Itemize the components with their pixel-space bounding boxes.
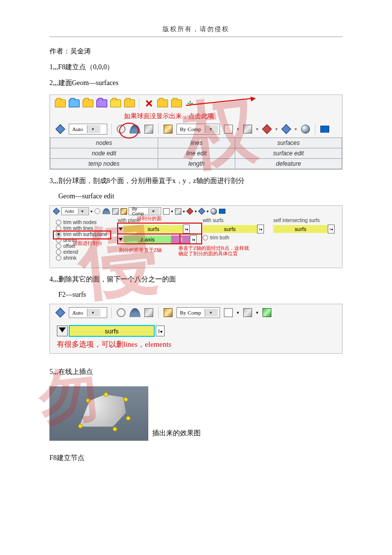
cell-temp-nodes[interactable]: temp nodes [50, 159, 158, 169]
folder-save-icon[interactable] [83, 98, 93, 109]
field-zaxis[interactable]: z-axis B [124, 235, 190, 243]
geom-actions-table: nodes lines surfaces node edit line edit… [50, 138, 342, 169]
export-icon[interactable] [124, 98, 135, 109]
screenshot-panel-3: Auto▼ By Comp▼ ▾ ▾ surfs I◂ 有很多选项，可以删lin… [49, 304, 343, 354]
folder-blue-icon[interactable] [69, 98, 80, 109]
step-3a: 3,,,剖分球面，剖成8个面，分别用垂直于x，y，z轴的面进行剖分 [49, 177, 343, 185]
sphere-icon[interactable] [300, 124, 311, 135]
delete-x-icon[interactable] [143, 98, 154, 109]
ring-icon[interactable] [116, 124, 127, 135]
cell-node-edit[interactable]: node edit [50, 148, 158, 159]
geom-icon[interactable] [55, 307, 66, 318]
ring-icon[interactable] [116, 307, 127, 318]
cube-gold-icon[interactable] [163, 124, 174, 135]
selector-toggle[interactable] [57, 325, 68, 336]
axes-icon[interactable]: ✢ [185, 98, 196, 109]
label-self-intersecting: self intersecting surfs [273, 218, 339, 223]
cube-icon[interactable] [143, 307, 154, 318]
cell-surface-edit[interactable]: surface edit [235, 148, 342, 159]
radio-trim-lines[interactable]: trim with lines [56, 226, 110, 231]
figure-5-caption: 插出来的效果图 [152, 429, 201, 438]
cube-green-icon[interactable] [261, 307, 272, 318]
ring-icon[interactable] [94, 208, 101, 215]
toolbar-row1: ✢ 如果球面没显示出来，点击此项 [50, 95, 342, 124]
auto-dropdown-2[interactable]: Auto▼ [61, 207, 89, 215]
step-4a: 4,,,删除其它的面，留下一个八分之一的面 [49, 275, 343, 284]
radio-trim-both[interactable] [203, 235, 208, 240]
screenshot-panel-2: Auto▼ ▾ By Comp▼ ▾ ▾ ▾ ▾ trim with nodes… [49, 205, 343, 268]
cell-length[interactable]: length [158, 159, 235, 169]
step-2: 2,,,建面Geom—surfaces [49, 79, 343, 88]
folder-batch1-icon[interactable] [157, 98, 168, 109]
cell-nodes[interactable]: nodes [50, 138, 158, 148]
label-trim-both: trim both [210, 235, 229, 240]
arc-surf-icon[interactable] [130, 124, 140, 135]
table-row: temp nodes length defeature [50, 159, 342, 169]
endcap-rewind-icon[interactable]: I◂ [257, 225, 264, 233]
bycomp-dropdown-2[interactable]: By Comp▼ [129, 207, 161, 215]
field-surfs-big[interactable]: surfs [70, 326, 154, 336]
folder-batch2-icon[interactable] [171, 98, 182, 109]
panel3-annotation: 有很多选项，可以删lines，elements [57, 340, 335, 349]
cell-lines[interactable]: lines [158, 138, 235, 148]
geom-icon[interactable] [53, 208, 60, 215]
step-1: 1,,,F8建立点（0,0,0） [49, 63, 343, 72]
anno-left: 用面进行剖分 [73, 240, 102, 246]
table-row: node edit line edit surface edit [50, 148, 342, 159]
arc-icon[interactable] [130, 307, 140, 318]
import-icon[interactable] [110, 98, 121, 109]
shade-cube-icon[interactable] [174, 208, 181, 215]
screenshot-panel-1: ✢ 如果球面没显示出来，点击此项 Auto▼ By Comp▼ ▾ [49, 94, 343, 170]
bycomp-dropdown[interactable]: By Comp▼ [176, 124, 220, 135]
figure-5 [49, 386, 148, 441]
wire-cube-icon[interactable] [163, 208, 170, 215]
cube-icon[interactable] [112, 208, 119, 215]
endcap-rewind-icon[interactable]: I◂ [183, 225, 190, 233]
shaded-cube-icon[interactable] [242, 124, 253, 135]
bycomp-dropdown-3[interactable]: By Comp▼ [176, 307, 220, 318]
anno-right: 垂直于Z轴的面经过B点，这样就确定了剖分的面的具体位置 [178, 245, 253, 256]
field-surfs[interactable]: surfs [124, 225, 183, 233]
radio-trim-nodes[interactable]: trim with nodes [56, 220, 110, 225]
arc-icon[interactable] [102, 208, 110, 215]
cube-gold-icon[interactable] [120, 208, 127, 215]
endcap-rewind-icon[interactable]: I◂ [156, 325, 165, 336]
endcap-rewind-icon[interactable]: I◂ [328, 225, 335, 233]
step-3b: Geom—surface edit [58, 192, 343, 200]
cell-surfaces[interactable]: surfaces [235, 138, 342, 148]
wireframe-cube-icon[interactable] [223, 124, 234, 135]
table-row: nodes lines surfaces [50, 138, 342, 148]
diamond-blue-icon[interactable] [198, 208, 205, 215]
anno-mid: 剖分的面垂直于Z轴 [119, 247, 162, 253]
folder-open-icon[interactable] [55, 98, 66, 109]
label-with-surfs: with surfs [203, 218, 268, 223]
wire-cube-icon[interactable] [223, 307, 234, 318]
diamond-red-icon[interactable] [186, 208, 193, 215]
cube-dark-icon[interactable] [143, 124, 154, 135]
panel1-annotation: 如果球面没显示出来，点击此项 [124, 112, 214, 121]
step-6: F8建立节点 [49, 454, 343, 462]
field-surfs-3[interactable]: surfs [273, 225, 328, 233]
auto-dropdown-3[interactable]: Auto▼ [69, 307, 107, 318]
endcap-rewind-icon[interactable]: I◂ [190, 235, 197, 244]
diamond-blue-icon[interactable] [281, 124, 292, 135]
radio-trim-surfs-plane[interactable]: trim with surfs/plane [56, 231, 110, 237]
auto-dropdown[interactable]: Auto▼ [69, 124, 107, 135]
cube-gold-icon[interactable] [163, 307, 174, 318]
diamond-red-icon[interactable] [261, 124, 272, 135]
shade-cube-icon[interactable] [242, 307, 253, 318]
geom-icon[interactable] [55, 124, 66, 135]
cell-defeature[interactable]: defeature [235, 159, 342, 169]
monitor-icon[interactable] [319, 124, 330, 135]
sphere-icon[interactable] [210, 208, 217, 215]
field-surfs-2[interactable]: surfs [203, 225, 257, 233]
radio-extend[interactable]: extend [56, 249, 110, 255]
radio-shrink[interactable]: shrink [56, 255, 110, 261]
monitor-icon[interactable] [218, 208, 225, 215]
anno-top: 待剖分的面 [137, 216, 162, 221]
folder-purple-icon[interactable] [96, 98, 107, 109]
page-header: 版权所有，请勿侵权 [49, 25, 343, 37]
step-5: 5,,,在线上插点 [49, 368, 343, 376]
cell-line-edit[interactable]: line edit [158, 148, 235, 159]
author-line: 作者：吴金涛 [49, 47, 343, 56]
